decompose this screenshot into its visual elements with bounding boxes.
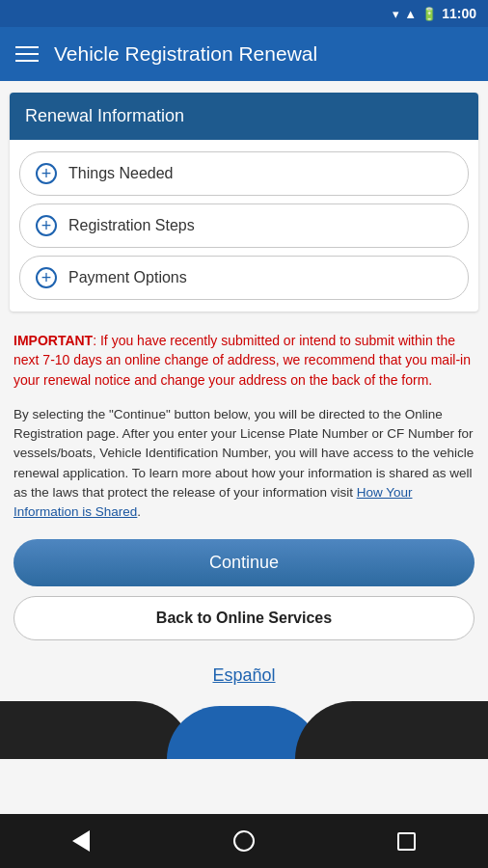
registration-steps-accordion[interactable]: Registration Steps	[19, 203, 469, 248]
wave-left	[0, 701, 193, 759]
status-time: 11:00	[442, 6, 476, 21]
back-to-online-services-button[interactable]: Back to Online Services	[14, 596, 474, 640]
wave-right	[295, 701, 488, 759]
important-notice: IMPORTANT: If you have recently submitte…	[0, 323, 488, 399]
signal-icon: ▲	[404, 7, 417, 21]
payment-options-expand-icon	[36, 267, 57, 288]
renewal-card-header-title: Renewal Information	[25, 106, 184, 125]
wifi-icon: ▾	[393, 7, 399, 21]
continue-button[interactable]: Continue	[14, 539, 474, 586]
info-period: .	[137, 504, 141, 519]
renewal-card-header: Renewal Information	[10, 93, 478, 140]
hamburger-line-2	[15, 53, 39, 55]
bottom-nav	[0, 814, 488, 868]
things-needed-label: Things Needed	[68, 165, 174, 182]
espanol-link-container: Español	[0, 656, 488, 701]
important-bold-text: IMPORTANT	[14, 333, 93, 348]
payment-options-accordion[interactable]: Payment Options	[19, 256, 469, 300]
app-header: Vehicle Registration Renewal	[0, 27, 488, 81]
things-needed-accordion[interactable]: Things Needed	[19, 151, 469, 196]
registration-steps-expand-icon	[36, 215, 57, 236]
home-nav-icon	[233, 830, 255, 852]
wave-decoration	[0, 701, 488, 759]
registration-steps-label: Registration Steps	[68, 217, 195, 234]
renewal-info-card: Renewal Information Things Needed Regist…	[10, 93, 478, 312]
recents-nav-button[interactable]	[388, 822, 426, 860]
back-nav-button[interactable]	[62, 822, 100, 860]
info-text-block: By selecting the "Continue" button below…	[0, 399, 488, 534]
espanol-link[interactable]: Español	[212, 665, 275, 685]
things-needed-expand-icon	[36, 163, 57, 184]
main-content: Renewal Information Things Needed Regist…	[0, 81, 488, 814]
hamburger-line-1	[15, 46, 39, 48]
hamburger-line-3	[15, 60, 39, 62]
status-bar: ▾ ▲ 🔋 11:00	[0, 0, 488, 27]
back-nav-icon	[72, 830, 90, 852]
home-nav-button[interactable]	[225, 822, 263, 860]
recents-nav-icon	[397, 832, 416, 851]
page-title: Vehicle Registration Renewal	[54, 42, 317, 66]
hamburger-menu-button[interactable]	[15, 46, 39, 62]
renewal-card-body: Things Needed Registration Steps Payment…	[10, 140, 478, 312]
payment-options-label: Payment Options	[68, 269, 187, 286]
battery-icon: 🔋	[421, 7, 437, 21]
status-icons: ▾ ▲ 🔋 11:00	[393, 6, 476, 21]
